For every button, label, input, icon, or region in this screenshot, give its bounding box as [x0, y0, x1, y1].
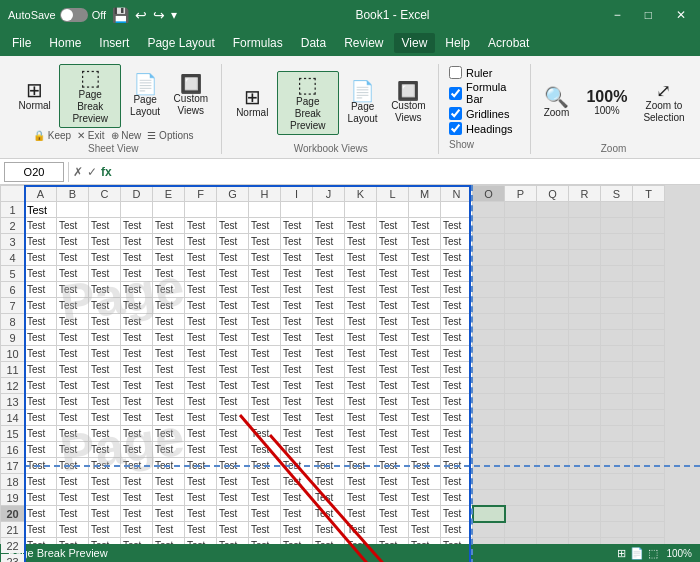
cell-r1-c9[interactable]: [281, 202, 313, 218]
cell-r2-c8[interactable]: Test: [249, 218, 281, 234]
cell-r9-c11[interactable]: Test: [345, 330, 377, 346]
cell-r11-c13[interactable]: Test: [409, 362, 441, 378]
cell-r2-c4[interactable]: Test: [121, 218, 153, 234]
page-break-preview-button[interactable]: ⬚ Page BreakPreview: [59, 64, 121, 128]
cell-r13-c6[interactable]: Test: [185, 394, 217, 410]
cell-r9-c6[interactable]: Test: [185, 330, 217, 346]
cell-r5-c9[interactable]: Test: [281, 266, 313, 282]
cell-r20-c6[interactable]: Test: [185, 506, 217, 522]
cell-r12-c18[interactable]: [569, 378, 601, 394]
cell-r13-c17[interactable]: [537, 394, 569, 410]
cell-r6-c20[interactable]: [633, 282, 665, 298]
cell-r12-c6[interactable]: Test: [185, 378, 217, 394]
cell-r17-c12[interactable]: Test: [377, 458, 409, 474]
cell-r19-c8[interactable]: Test: [249, 490, 281, 506]
cell-r16-c2[interactable]: Test: [57, 442, 89, 458]
cell-r14-c20[interactable]: [633, 410, 665, 426]
cell-r10-c16[interactable]: [505, 346, 537, 362]
cell-r4-c2[interactable]: Test: [57, 250, 89, 266]
cell-r15-c11[interactable]: Test: [345, 426, 377, 442]
cell-r18-c19[interactable]: [601, 474, 633, 490]
cell-r21-c1[interactable]: Test: [25, 522, 57, 538]
cell-r7-c9[interactable]: Test: [281, 298, 313, 314]
cell-r21-c9[interactable]: Test: [281, 522, 313, 538]
cell-r17-c16[interactable]: [505, 458, 537, 474]
cell-r8-c14[interactable]: Test: [441, 314, 473, 330]
cell-r1-c13[interactable]: [409, 202, 441, 218]
cell-r6-c8[interactable]: Test: [249, 282, 281, 298]
cell-r8-c7[interactable]: Test: [217, 314, 249, 330]
cell-r19-c13[interactable]: Test: [409, 490, 441, 506]
cell-r13-c9[interactable]: Test: [281, 394, 313, 410]
cell-r10-c11[interactable]: Test: [345, 346, 377, 362]
cell-r3-c2[interactable]: Test: [57, 234, 89, 250]
cell-r5-c13[interactable]: Test: [409, 266, 441, 282]
cell-r9-c14[interactable]: Test: [441, 330, 473, 346]
cell-r1-c2[interactable]: [57, 202, 89, 218]
cell-r15-c19[interactable]: [601, 426, 633, 442]
autosave-toggle[interactable]: [60, 8, 88, 22]
cell-r18-c16[interactable]: [505, 474, 537, 490]
cell-r14-c5[interactable]: Test: [153, 410, 185, 426]
cell-r8-c5[interactable]: Test: [153, 314, 185, 330]
cell-r19-c1[interactable]: Test: [25, 490, 57, 506]
cell-r9-c8[interactable]: Test: [249, 330, 281, 346]
menu-page-layout[interactable]: Page Layout: [139, 33, 222, 53]
zoom-selection-button[interactable]: ⤢ Zoom toSelection: [637, 80, 690, 126]
cell-r16-c1[interactable]: Test: [25, 442, 57, 458]
cell-r17-c5[interactable]: Test: [153, 458, 185, 474]
cell-r17-c18[interactable]: [569, 458, 601, 474]
cell-r12-c13[interactable]: Test: [409, 378, 441, 394]
cell-r10-c9[interactable]: Test: [281, 346, 313, 362]
cell-r2-c20[interactable]: [633, 218, 665, 234]
cell-r4-c18[interactable]: [569, 250, 601, 266]
cell-r21-c18[interactable]: [569, 522, 601, 538]
name-box[interactable]: [4, 162, 64, 182]
cell-r17-c2[interactable]: Test: [57, 458, 89, 474]
cell-r21-c8[interactable]: Test: [249, 522, 281, 538]
view-page-break-icon[interactable]: ⬚: [648, 547, 658, 560]
cell-r1-c3[interactable]: [89, 202, 121, 218]
cell-r7-c6[interactable]: Test: [185, 298, 217, 314]
cell-r3-c4[interactable]: Test: [121, 234, 153, 250]
cell-r2-c1[interactable]: Test: [25, 218, 57, 234]
cell-r18-c6[interactable]: Test: [185, 474, 217, 490]
cell-r5-c4[interactable]: Test: [121, 266, 153, 282]
cell-r10-c6[interactable]: Test: [185, 346, 217, 362]
cell-r9-c10[interactable]: Test: [313, 330, 345, 346]
cell-r5-c14[interactable]: Test: [441, 266, 473, 282]
cell-r21-c13[interactable]: Test: [409, 522, 441, 538]
cell-r14-c3[interactable]: Test: [89, 410, 121, 426]
cell-r15-c12[interactable]: Test: [377, 426, 409, 442]
ruler-checkbox-item[interactable]: Ruler: [449, 66, 522, 79]
cell-r17-c1[interactable]: Test: [25, 458, 57, 474]
cell-r21-c11[interactable]: Test: [345, 522, 377, 538]
new-btn[interactable]: ⊕ New: [111, 130, 142, 141]
cell-r12-c3[interactable]: Test: [89, 378, 121, 394]
cell-r21-c19[interactable]: [601, 522, 633, 538]
cell-r5-c2[interactable]: Test: [57, 266, 89, 282]
options-btn[interactable]: ☰ Options: [147, 130, 193, 141]
cell-r2-c13[interactable]: Test: [409, 218, 441, 234]
cell-r4-c20[interactable]: [633, 250, 665, 266]
cell-r3-c15[interactable]: [473, 234, 505, 250]
cell-r15-c14[interactable]: Test: [441, 426, 473, 442]
cell-r6-c13[interactable]: Test: [409, 282, 441, 298]
cell-r17-c7[interactable]: Test: [217, 458, 249, 474]
cell-r11-c2[interactable]: Test: [57, 362, 89, 378]
cell-r11-c6[interactable]: Test: [185, 362, 217, 378]
cell-r16-c17[interactable]: [537, 442, 569, 458]
cell-r9-c4[interactable]: Test: [121, 330, 153, 346]
cell-r16-c4[interactable]: Test: [121, 442, 153, 458]
cell-r5-c17[interactable]: [537, 266, 569, 282]
custom-views-button[interactable]: 🔲 CustomViews: [169, 73, 212, 119]
cell-r4-c16[interactable]: [505, 250, 537, 266]
exit-btn[interactable]: ✕ Exit: [77, 130, 104, 141]
cell-r1-c14[interactable]: [441, 202, 473, 218]
cell-r12-c10[interactable]: Test: [313, 378, 345, 394]
cell-r18-c1[interactable]: Test: [25, 474, 57, 490]
cell-r20-c19[interactable]: [601, 506, 633, 522]
cell-r6-c5[interactable]: Test: [153, 282, 185, 298]
cell-r3-c20[interactable]: [633, 234, 665, 250]
cell-r16-c20[interactable]: [633, 442, 665, 458]
